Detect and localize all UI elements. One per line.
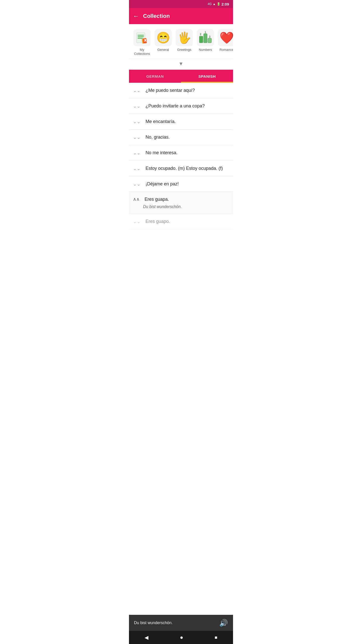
app-bar: ← Collection xyxy=(129,8,233,24)
phrase-3-text: Me encantaría. xyxy=(146,119,176,124)
svg-text:2: 2 xyxy=(200,33,201,36)
status-time: 2:09 xyxy=(221,2,229,6)
numbers-svg-icon: 2 1 3 xyxy=(199,31,212,44)
expand-chevron[interactable]: ▼ xyxy=(129,59,233,70)
category-scroll: My Collections 😁 General 🖐 Greetings 2 1… xyxy=(129,24,233,59)
phrase-4-text: No, gracias. xyxy=(146,135,170,140)
battery-icon: 🔋 xyxy=(217,2,220,6)
phrase-8-text: Eres guapa. xyxy=(145,197,169,202)
svg-rect-11 xyxy=(208,38,211,43)
network-icon: 4G xyxy=(208,2,212,6)
my-collections-icon xyxy=(135,31,149,44)
phrase-row-6-header: ⌄⌄ Estoy ocupado. (m) Estoy ocupada. (f) xyxy=(133,166,229,171)
phrase-row-3-header: ⌄⌄ Me encantaría. xyxy=(133,119,229,125)
category-item-numbers[interactable]: 2 1 3 Numbers xyxy=(195,28,215,53)
phrase-row-8[interactable]: ∧∧ Eres guapa. Du bist wunderschön. xyxy=(129,192,233,214)
general-label: General xyxy=(157,48,169,52)
signal-icon: ▲ xyxy=(213,2,216,6)
category-item-general[interactable]: 😁 General xyxy=(153,28,173,53)
phrase-row-7-header: ⌄⌄ ¡Déjame en paz! xyxy=(133,181,229,187)
phrase-6-text: Estoy ocupado. (m) Estoy ocupada. (f) xyxy=(146,166,223,171)
status-bar: 4G ▲ 🔋 2:09 xyxy=(129,0,233,8)
phrase-2-text: ¿Puedo invitarte a una copa? xyxy=(146,103,205,109)
phrase-8-chevron: ∧∧ xyxy=(133,196,140,202)
category-item-my-collections[interactable]: My Collections xyxy=(132,28,152,57)
chevron-down-icon: ▼ xyxy=(178,61,184,67)
numbers-icon-wrap: 2 1 3 xyxy=(197,29,214,46)
svg-rect-9 xyxy=(199,36,203,43)
my-collections-icon-wrap xyxy=(133,29,151,46)
phrase-row-4[interactable]: ⌄⌄ No, gracias. xyxy=(129,130,233,145)
phrase-row-8-header: ∧∧ Eres guapa. xyxy=(133,196,229,202)
svg-text:1: 1 xyxy=(205,31,206,34)
svg-rect-10 xyxy=(204,34,207,43)
phrase-row-5[interactable]: ⌄⌄ No me interesa. xyxy=(129,145,233,161)
phrase-5-text: No me interesa. xyxy=(146,150,177,155)
phrase-row-6[interactable]: ⌄⌄ Estoy ocupado. (m) Estoy ocupada. (f) xyxy=(129,161,233,176)
tab-german[interactable]: GERMAN xyxy=(129,70,181,83)
phrase-8-translation: Du bist wunderschön. xyxy=(143,205,182,209)
tab-german-label: GERMAN xyxy=(146,74,164,78)
tab-spanish-label: SPANISH xyxy=(198,74,216,78)
phrase-7-chevron: ⌄⌄ xyxy=(133,181,141,187)
phrase-1-text: ¿Me puedo sentar aquí? xyxy=(146,88,195,93)
phrase-6-chevron: ⌄⌄ xyxy=(133,166,141,171)
phrase-row-9-header: ⌄⌄ Eres guapo. xyxy=(133,219,229,224)
phrase-row-4-header: ⌄⌄ No, gracias. xyxy=(133,135,229,140)
phrase-9-chevron: ⌄⌄ xyxy=(133,219,141,224)
app-title: Collection xyxy=(143,13,170,19)
tabs-bar: GERMAN SPANISH xyxy=(129,70,233,83)
phrase-row-1-header: ⌄⌄ ¿Me puedo sentar aquí? xyxy=(133,88,229,93)
numbers-label: Numbers xyxy=(199,48,212,52)
phrase-row-7[interactable]: ⌄⌄ ¡Déjame en paz! xyxy=(129,176,233,192)
svg-text:3: 3 xyxy=(209,35,210,38)
phrase-row-3[interactable]: ⌄⌄ Me encantaría. xyxy=(129,114,233,130)
category-item-greetings[interactable]: 🖐 Greetings xyxy=(174,28,194,53)
phrase-2-chevron: ⌄⌄ xyxy=(133,103,141,109)
category-item-romance[interactable]: ❤️ Romance xyxy=(216,28,233,53)
phrase-9-text: Eres guapo. xyxy=(146,219,170,224)
romance-label: Romance xyxy=(219,48,233,52)
back-button[interactable]: ← xyxy=(133,13,139,20)
phrase-row-5-header: ⌄⌄ No me interesa. xyxy=(133,150,229,156)
romance-icon-wrap: ❤️ xyxy=(218,29,233,46)
phrase-3-chevron: ⌄⌄ xyxy=(133,119,141,125)
category-items: My Collections 😁 General 🖐 Greetings 2 1… xyxy=(132,28,230,57)
phrase-list: ⌄⌄ ¿Me puedo sentar aquí? ⌄⌄ ¿Puedo invi… xyxy=(129,83,233,229)
phrase-5-chevron: ⌄⌄ xyxy=(133,150,141,156)
phrase-row-1[interactable]: ⌄⌄ ¿Me puedo sentar aquí? xyxy=(129,83,233,98)
status-icons: 4G ▲ 🔋 2:09 xyxy=(208,2,229,6)
my-collections-label: My Collections xyxy=(133,48,151,56)
greetings-icon-wrap: 🖐 xyxy=(176,29,193,46)
phrase-row-9[interactable]: ⌄⌄ Eres guapo. xyxy=(129,214,233,229)
greetings-label: Greetings xyxy=(177,48,191,52)
phrase-row-2[interactable]: ⌄⌄ ¿Puedo invitarte a una copa? xyxy=(129,98,233,114)
phrase-1-chevron: ⌄⌄ xyxy=(133,88,141,93)
phrase-7-text: ¡Déjame en paz! xyxy=(146,181,179,187)
phrase-4-chevron: ⌄⌄ xyxy=(133,135,141,140)
general-icon-wrap: 😁 xyxy=(155,29,172,46)
phrase-row-2-header: ⌄⌄ ¿Puedo invitarte a una copa? xyxy=(133,103,229,109)
tab-spanish[interactable]: SPANISH xyxy=(181,70,233,83)
